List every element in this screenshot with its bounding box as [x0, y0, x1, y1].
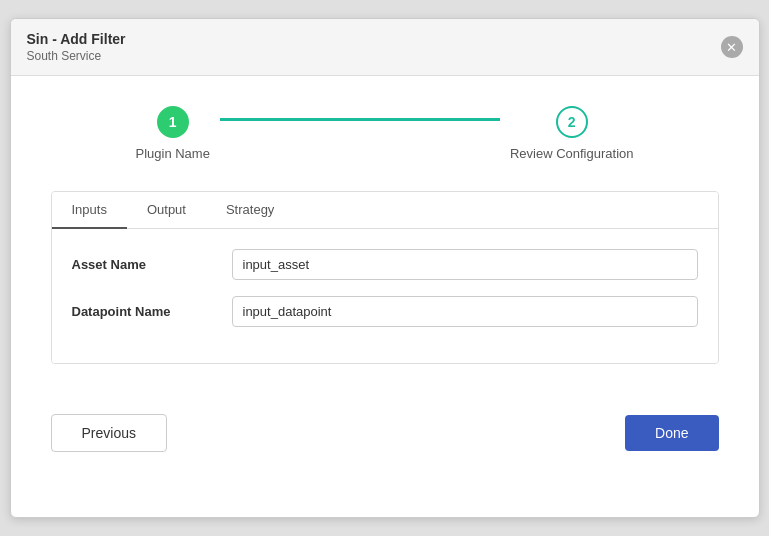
- asset-name-row: Asset Name: [72, 249, 698, 280]
- step-1: 1 Plugin Name: [135, 106, 209, 161]
- step-2-circle: 2: [556, 106, 588, 138]
- stepper: 1 Plugin Name 2 Review Configuration: [51, 106, 719, 161]
- tabs-header: Inputs Output Strategy: [52, 192, 718, 229]
- asset-name-label: Asset Name: [72, 257, 232, 272]
- dialog-subtitle: South Service: [27, 49, 126, 63]
- done-button[interactable]: Done: [625, 415, 718, 451]
- datapoint-name-label: Datapoint Name: [72, 304, 232, 319]
- step-connector: [220, 118, 500, 121]
- tab-strategy[interactable]: Strategy: [206, 192, 294, 229]
- dialog-header: Sin - Add Filter South Service ✕: [11, 19, 759, 76]
- step-1-label: Plugin Name: [135, 146, 209, 161]
- tabs-content: Asset Name Datapoint Name: [52, 229, 718, 363]
- tab-output[interactable]: Output: [127, 192, 206, 229]
- step-2-label: Review Configuration: [510, 146, 634, 161]
- step-2: 2 Review Configuration: [510, 106, 634, 161]
- header-text: Sin - Add Filter South Service: [27, 31, 126, 63]
- close-button[interactable]: ✕: [721, 36, 743, 58]
- asset-name-input[interactable]: [232, 249, 698, 280]
- datapoint-name-input[interactable]: [232, 296, 698, 327]
- dialog-title: Sin - Add Filter: [27, 31, 126, 47]
- step-1-circle: 1: [157, 106, 189, 138]
- dialog: Sin - Add Filter South Service ✕ 1 Plugi…: [10, 18, 760, 518]
- dialog-body: 1 Plugin Name 2 Review Configuration Inp…: [11, 76, 759, 394]
- datapoint-name-row: Datapoint Name: [72, 296, 698, 327]
- tab-inputs[interactable]: Inputs: [52, 192, 127, 229]
- previous-button[interactable]: Previous: [51, 414, 167, 452]
- tabs-container: Inputs Output Strategy Asset Name Datapo…: [51, 191, 719, 364]
- dialog-footer: Previous Done: [11, 394, 759, 472]
